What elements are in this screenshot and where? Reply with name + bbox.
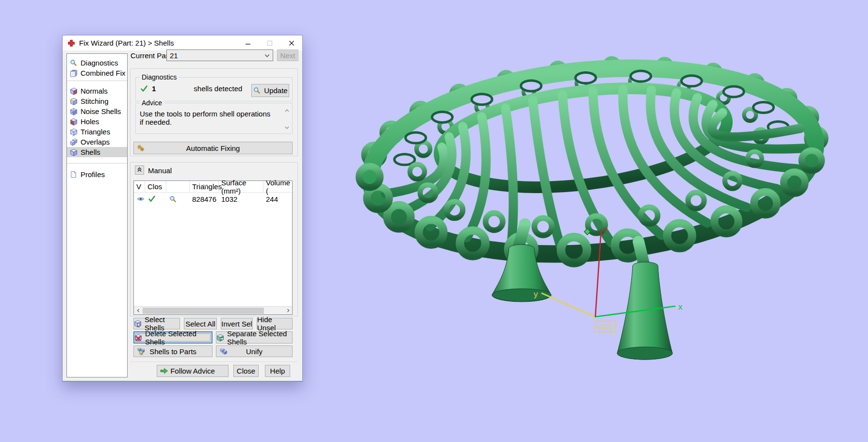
- delete-selected-shells-button[interactable]: Delete Selected Shells: [133, 331, 213, 344]
- parts-cubes-icon: [136, 347, 145, 356]
- column-header-v[interactable]: V: [134, 181, 145, 192]
- close-button[interactable]: Close: [233, 365, 259, 377]
- column-header-icon[interactable]: [166, 181, 190, 192]
- unify-button[interactable]: Unify: [216, 345, 293, 357]
- title-bar[interactable]: Fix Wizard (Part: 21) > Shells: [63, 35, 302, 50]
- fix-wizard-dialog: Fix Wizard (Part: 21) > Shells Diagnosti…: [62, 35, 303, 382]
- advice-legend: Advice: [140, 99, 164, 107]
- shells-to-parts-button[interactable]: Shells to Parts: [133, 345, 213, 357]
- sidebar-item-normals[interactable]: Normals: [67, 86, 127, 96]
- sidebar-item-profiles[interactable]: Profiles: [67, 169, 127, 180]
- sidebar-item-label: Shells: [81, 148, 100, 156]
- cube-holes-icon: [69, 117, 78, 126]
- sidebar-separator: [67, 81, 127, 81]
- axis-x-label: x: [678, 302, 683, 311]
- separate-cube-icon: [216, 333, 224, 342]
- invert-sel-button[interactable]: Invert Sel: [221, 318, 253, 329]
- scrollbar-thumb[interactable]: [143, 308, 264, 314]
- advice-fieldset: Advice Use the tools to perform shell op…: [135, 103, 293, 134]
- sidebar-item-label: Profiles: [81, 170, 105, 179]
- diagnostics-count: 1: [152, 84, 156, 93]
- select-shells-button[interactable]: Select Shells: [133, 318, 180, 329]
- axis-z: [595, 229, 601, 317]
- scroll-right-icon[interactable]: [284, 307, 292, 314]
- current-part-label: Current Part:: [131, 51, 172, 60]
- diagnostics-legend: Diagnostics: [140, 73, 179, 81]
- follow-advice-button[interactable]: Follow Advice: [157, 365, 229, 377]
- magnifier-icon: [253, 86, 261, 95]
- screen: y x z WCS Fix Wizard (Part: 21) > Shells…: [0, 0, 868, 442]
- wizard-sidebar: Diagnostics Combined Fix Normals Stitchi…: [66, 53, 128, 377]
- maximize-icon: [259, 35, 280, 50]
- eye-icon[interactable]: [136, 195, 145, 203]
- sidebar-item-label: Overlaps: [81, 138, 110, 146]
- manual-label: Manual: [148, 166, 172, 175]
- sidebar-item-holes[interactable]: Holes: [67, 116, 127, 127]
- magnifier-icon: [69, 59, 78, 67]
- cube-overlaps-icon: [69, 138, 78, 146]
- sidebar-item-label: Diagnostics: [81, 59, 118, 67]
- closed-check-icon: [147, 195, 156, 203]
- scroll-down-icon[interactable]: [283, 124, 290, 131]
- zoom-to-shell-icon[interactable]: [169, 195, 177, 203]
- sidebar-item-shells[interactable]: Shells: [67, 147, 127, 157]
- automatic-fixing-button[interactable]: Automatic Fixing: [133, 142, 293, 154]
- update-button[interactable]: Update: [251, 84, 289, 97]
- column-header-surface[interactable]: Surface (mm²): [219, 181, 263, 192]
- chevron-down-icon: [264, 52, 270, 59]
- sidebar-item-diagnostics[interactable]: Diagnostics: [67, 58, 127, 68]
- sidebar-item-label: Stitching: [81, 97, 109, 105]
- sidebar-item-overlaps[interactable]: Overlaps: [67, 137, 127, 147]
- collapse-button[interactable]: [135, 165, 144, 175]
- horizontal-scrollbar[interactable]: [134, 306, 292, 314]
- select-all-button[interactable]: Select All: [184, 318, 217, 329]
- window-title: Fix Wizard (Part: 21) > Shells: [79, 39, 174, 47]
- sidebar-item-label: Noise Shells: [81, 107, 121, 115]
- cube-noise-icon: [69, 107, 78, 115]
- chevrons-up-icon: [136, 166, 143, 174]
- combined-fix-icon: [69, 69, 78, 77]
- automatic-fixing-label: Automatic Fixing: [186, 144, 240, 152]
- column-header-clos[interactable]: Clos: [145, 181, 166, 192]
- select-cursor-icon: [134, 320, 142, 328]
- update-button-label: Update: [264, 86, 287, 95]
- cube-shells-icon: [69, 148, 78, 156]
- separate-selected-shells-button[interactable]: Separate Selected Shells: [216, 331, 293, 344]
- diagnostics-fieldset: Diagnostics 1 shells detected Update: [135, 77, 293, 101]
- column-header-triangles[interactable]: Triangles: [190, 181, 219, 192]
- app-icon: [67, 39, 75, 47]
- green-arrow-icon: [160, 367, 168, 375]
- hide-unsel-button[interactable]: Hide Unsel: [257, 318, 293, 329]
- minimize-icon[interactable]: [237, 35, 259, 50]
- axis-y-label: y: [534, 290, 538, 299]
- table-header-row: V Clos Triangles Surface (mm²) Volume (: [134, 181, 292, 193]
- axis-y: [541, 293, 595, 317]
- check-icon: [140, 84, 148, 93]
- advice-text: Use the tools to perform shell operation…: [140, 110, 276, 126]
- sidebar-item-label: Holes: [81, 117, 99, 126]
- scroll-left-icon[interactable]: [134, 307, 142, 314]
- wcs-label: WCS: [598, 323, 613, 330]
- sidebar-item-combined-fix[interactable]: Combined Fix: [67, 68, 127, 78]
- sidebar-item-triangles[interactable]: Triangles: [67, 127, 127, 137]
- next-button[interactable]: Next: [277, 49, 298, 61]
- cube-stitching-icon: [69, 97, 78, 105]
- sidebar-item-label: Combined Fix: [81, 69, 126, 77]
- cube-triangles-icon: [69, 128, 78, 136]
- footer-separator: [130, 361, 298, 362]
- current-part-value: 21: [170, 51, 178, 60]
- current-part-dropdown[interactable]: 21: [166, 49, 273, 61]
- sort-indicator-icon: [203, 180, 208, 188]
- sidebar-item-label: Triangles: [81, 128, 110, 136]
- close-icon[interactable]: [280, 35, 302, 50]
- sidebar-item-noise-shells[interactable]: Noise Shells: [67, 106, 127, 116]
- unify-cubes-icon: [219, 347, 227, 356]
- column-header-volume[interactable]: Volume (: [263, 181, 292, 192]
- scroll-up-icon[interactable]: [283, 107, 290, 114]
- help-button[interactable]: Help: [265, 365, 290, 377]
- shells-table: V Clos Triangles Surface (mm²) Volume ( …: [133, 180, 293, 315]
- cube-normals-icon: [69, 87, 78, 95]
- sidebar-item-stitching[interactable]: Stitching: [67, 96, 127, 106]
- cell-triangles: 828476: [190, 193, 219, 205]
- sidebar-item-label: Normals: [81, 87, 108, 95]
